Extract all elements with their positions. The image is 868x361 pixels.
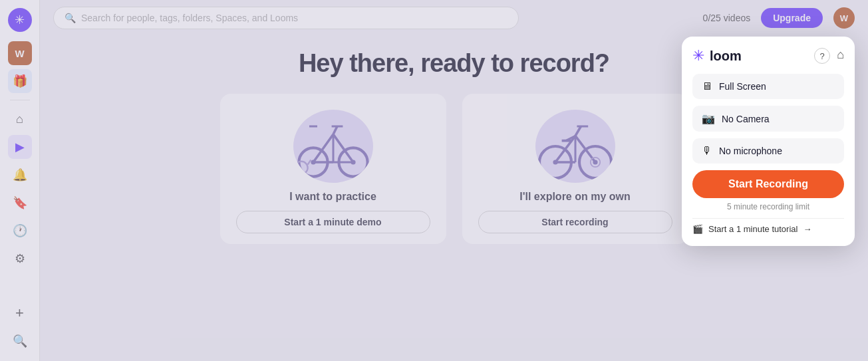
fullscreen-label: Full Screen (719, 81, 766, 92)
loom-brand-icon: ✳ (692, 47, 704, 64)
no-microphone-option[interactable]: 🎙 No microphone (692, 138, 844, 164)
loom-popup: ✳ loom ? ⌂ 🖥 Full Screen 📷 No Camera 🎙 N… (682, 37, 855, 246)
start-recording-button[interactable]: Start Recording (692, 170, 844, 198)
help-icon[interactable]: ? (814, 48, 830, 64)
tutorial-arrow: → (803, 224, 811, 234)
no-camera-icon: 📷 (702, 112, 715, 125)
loom-brand: ✳ loom (692, 47, 742, 64)
no-camera-label: No Camera (722, 114, 770, 124)
no-microphone-label: No microphone (719, 146, 782, 156)
fullscreen-option[interactable]: 🖥 Full Screen (692, 74, 844, 99)
recording-limit: 5 minute recording limit (692, 202, 844, 211)
popup-header: ✳ loom ? ⌂ (692, 47, 844, 64)
no-camera-option[interactable]: 📷 No Camera (692, 106, 844, 132)
tutorial-icon: 🎬 (692, 224, 703, 234)
tutorial-link[interactable]: 🎬 Start a 1 minute tutorial → (692, 218, 844, 235)
home-icon[interactable]: ⌂ (837, 48, 844, 64)
popup-header-icons: ? ⌂ (814, 48, 844, 64)
loom-brand-name: loom (710, 49, 742, 64)
fullscreen-icon: 🖥 (702, 80, 712, 92)
tutorial-label: Start a 1 minute tutorial (708, 224, 797, 234)
no-microphone-icon: 🎙 (702, 145, 712, 157)
